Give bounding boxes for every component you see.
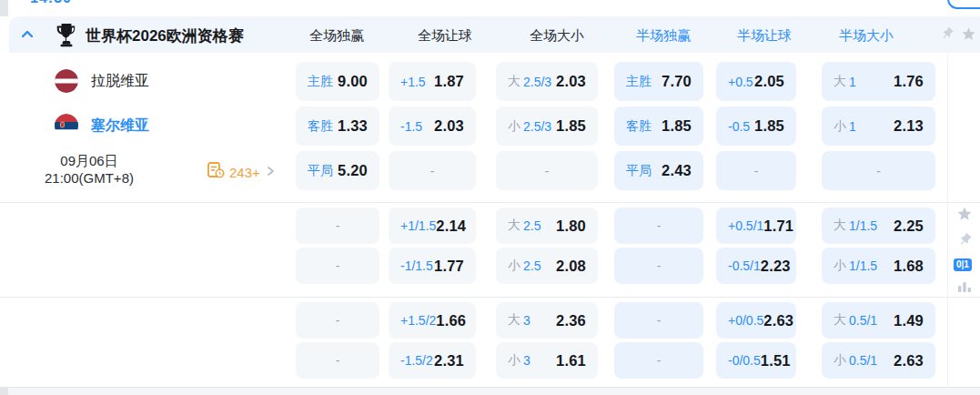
column-header-1: 全场独赢	[309, 27, 364, 45]
odds-cell: -	[296, 342, 379, 379]
odds-cell[interactable]: 小2.52.08	[496, 248, 598, 284]
odds-cell[interactable]: +1.5/21.66	[389, 302, 476, 339]
page-bottom-strip	[0, 388, 980, 395]
odds-cell[interactable]: 主胜9.00	[296, 62, 379, 101]
chevron-right-icon	[265, 164, 276, 180]
latvia-flag-icon	[55, 69, 78, 93]
markets-doc-clock-icon	[207, 161, 225, 183]
odds-cell[interactable]: 大2.5/32.03	[496, 62, 598, 101]
odds-cell[interactable]: +0.52.05	[716, 62, 796, 101]
rail-pin-icon[interactable]	[956, 232, 973, 248]
group-divider	[0, 297, 980, 298]
odds-cell[interactable]: 小0.5/12.63	[822, 342, 935, 379]
match-date: 09月06日	[7, 152, 171, 169]
odds-cell[interactable]: +1/1.52.14	[389, 208, 476, 244]
odds-cell[interactable]: -1/1.51.77	[389, 248, 476, 284]
odds-cell: -	[389, 151, 476, 190]
odds-cell: -	[614, 342, 703, 379]
page-background-notch	[0, 388, 8, 395]
odds-cell: -	[716, 151, 796, 190]
odds-cell[interactable]: 平局5.20	[296, 151, 379, 190]
odds-cell[interactable]: 客胜1.85	[614, 106, 703, 146]
odds-cell: -	[296, 208, 379, 244]
odds-cell: -	[822, 151, 935, 190]
column-header-4: 半场独赢	[636, 27, 691, 45]
odds-cell[interactable]: +0/0.52.63	[716, 302, 796, 339]
odds-cell[interactable]: 大11.76	[822, 62, 935, 101]
odds-cell[interactable]: 小2.5/31.85	[496, 106, 598, 146]
odds-cell[interactable]: -0.51.85	[716, 106, 796, 146]
match-time: 21:00(GMT+8)	[7, 169, 171, 187]
odds-cell[interactable]: -0/0.51.51	[716, 342, 796, 379]
odds-cell[interactable]: 大1/1.52.25	[822, 208, 935, 244]
markets-count: 243+	[229, 165, 260, 180]
clipped-time-tab[interactable]: 14:30	[30, 0, 72, 6]
odds-cell[interactable]: -1.52.03	[389, 106, 476, 146]
odds-cell[interactable]: +1.51.87	[389, 62, 476, 101]
odds-cell[interactable]: 主胜7.70	[614, 62, 703, 101]
odds-cell: -	[614, 248, 703, 284]
page-background-notch	[0, 0, 8, 16]
odds-cell[interactable]: 小1/1.51.68	[822, 248, 935, 284]
column-header-3: 全场大小	[530, 27, 584, 45]
group-divider	[0, 202, 980, 203]
home-team-name: 拉脱维亚	[91, 72, 149, 91]
odds-cell[interactable]: 小12.13	[822, 106, 935, 146]
column-header-5: 半场让球	[737, 27, 792, 45]
odds-cell: -	[296, 302, 379, 339]
clipped-pill-button[interactable]	[947, 0, 980, 9]
collapse-chevron-icon[interactable]	[20, 27, 35, 42]
away-team-row[interactable]: 塞尔维亚	[55, 114, 149, 137]
world-cup-trophy-icon	[55, 23, 78, 47]
score-badge[interactable]: 0|1	[954, 258, 972, 271]
serbia-flag-icon	[55, 114, 78, 137]
home-team-row[interactable]: 拉脱维亚	[55, 69, 149, 93]
odds-cell: -	[614, 208, 703, 244]
odds-cell: -	[614, 302, 703, 339]
odds-cell[interactable]: 平局2.43	[614, 151, 703, 190]
odds-cell: -	[296, 248, 379, 284]
more-markets-link[interactable]: 243+	[207, 161, 276, 183]
odds-cell[interactable]: 大0.5/11.49	[822, 302, 935, 339]
column-header-6: 半场大小	[839, 27, 894, 45]
header-pin-icon[interactable]	[939, 26, 955, 42]
odds-cell[interactable]: 客胜1.33	[296, 106, 379, 146]
header-star-icon[interactable]	[961, 26, 976, 42]
odds-cell[interactable]: -0.5/12.23	[716, 248, 796, 284]
column-header-2: 全场让球	[418, 27, 472, 45]
match-datetime: 09月06日 21:00(GMT+8)	[7, 152, 171, 187]
league-title: 世界杯2026欧洲资格赛	[86, 25, 244, 46]
odds-cell[interactable]: -1.5/22.31	[389, 342, 476, 379]
odds-cell: -	[496, 151, 598, 190]
rail-star-icon[interactable]	[956, 206, 973, 222]
rail-divider	[947, 53, 948, 388]
odds-cell[interactable]: 小31.61	[496, 342, 598, 379]
odds-cell[interactable]: +0.5/11.71	[716, 208, 796, 244]
rail-chart-icon[interactable]	[956, 279, 973, 295]
odds-cell[interactable]: 大2.51.80	[496, 208, 598, 244]
odds-cell[interactable]: 大32.36	[496, 302, 598, 339]
odds-panel: 14:30 世界杯2026欧洲资格赛 全场独赢全场让球全场大小半场独赢半场让球半…	[0, 0, 980, 395]
away-team-name: 塞尔维亚	[91, 116, 149, 136]
